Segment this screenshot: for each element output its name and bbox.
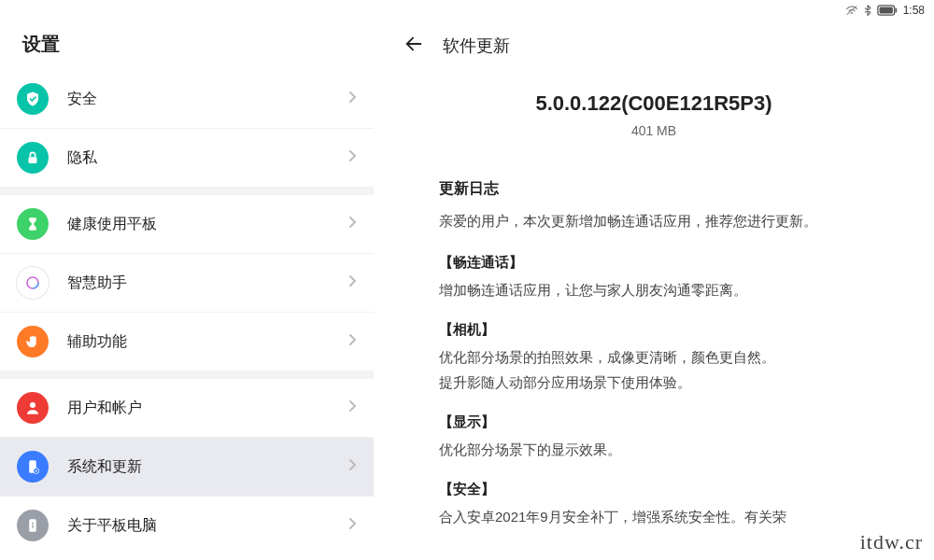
assistant-ring-icon [17,267,49,299]
sidebar-item-1[interactable]: 隐私 [0,129,374,188]
svg-rect-13 [32,525,33,528]
changelog-intro: 亲爱的用户，本次更新增加畅连通话应用，推荐您进行更新。 [439,208,869,233]
phone-info-icon [17,510,49,541]
sidebar-item-0[interactable]: 安全 [0,70,374,129]
chevron-right-icon [347,90,357,108]
chevron-right-icon [347,457,357,476]
sidebar-item-2[interactable]: 健康使用平板 [0,195,374,254]
svg-rect-3 [879,7,892,14]
sidebar-item-label: 辅助功能 [67,332,347,352]
changelog-section-body: 优化部分场景的拍照效果，成像更清晰，颜色更自然。 提升影随人动部分应用场景下使用… [439,344,869,395]
sidebar-item-label: 用户和帐户 [67,399,347,418]
shield-check-icon [17,83,49,115]
chevron-right-icon [347,273,357,292]
page-title: 软件更新 [443,35,510,57]
sidebar-item-6[interactable]: 系统和更新 [0,438,374,497]
sidebar-item-label: 健康使用平板 [67,215,347,234]
chevron-right-icon [347,148,357,167]
svg-rect-4 [29,157,37,163]
sidebar-item-5[interactable]: 用户和帐户 [0,379,374,438]
changelog-section-title: 【相机】 [439,321,869,339]
settings-sidebar: 设置 安全隐私健康使用平板智慧助手辅助功能用户和帐户系统和更新关于平板电脑 [0,21,374,560]
changelog-section-body: 增加畅连通话应用，让您与家人朋友沟通零距离。 [439,277,869,302]
bluetooth-icon [864,5,871,16]
chevron-right-icon [347,516,357,535]
sidebar-item-label: 隐私 [67,148,347,168]
changelog-heading: 更新日志 [439,179,869,199]
sidebar-item-label: 安全 [67,90,347,109]
wifi-icon [845,5,858,16]
changelog-section-body: 优化部分场景下的显示效果。 [439,437,869,462]
chevron-right-icon [347,215,357,233]
watermark: itdw.cr [860,530,923,554]
changelog-section-body: 合入安卓2021年9月安全补丁，增强系统安全性。有关荣 [439,504,869,529]
sidebar-item-7[interactable]: 关于平板电脑 [0,497,374,554]
svg-point-7 [30,402,35,408]
svg-rect-2 [895,7,897,12]
lock-icon [17,142,49,174]
update-detail-pane: 软件更新 5.0.0.122(C00E121R5P3) 401 MB 更新日志 … [374,21,934,560]
chevron-right-icon [347,332,357,351]
sidebar-item-label: 关于平板电脑 [67,516,347,536]
svg-point-10 [35,470,37,472]
changelog-section-title: 【畅连通话】 [439,254,869,272]
hand-icon [17,326,49,357]
sidebar-item-label: 系统和更新 [67,457,347,477]
battery-icon [877,5,898,16]
status-time: 1:58 [903,4,925,17]
changelog-section-title: 【显示】 [439,413,869,431]
svg-point-12 [32,523,34,525]
settings-title: 设置 [0,21,374,70]
person-icon [17,392,49,424]
chevron-right-icon [347,399,357,417]
changelog-section-title: 【安全】 [439,481,869,498]
sidebar-item-3[interactable]: 智慧助手 [0,254,374,313]
changelog: 更新日志 亲爱的用户，本次更新增加畅连通话应用，推荐您进行更新。 【畅连通话】增… [430,179,878,529]
sidebar-item-label: 智慧助手 [67,273,347,293]
hourglass-icon [17,208,49,240]
back-button[interactable] [403,34,424,58]
update-version: 5.0.0.122(C00E121R5P3) [430,91,878,116]
update-size: 401 MB [430,123,878,138]
status-bar: 1:58 [836,0,934,21]
phone-gear-icon [17,451,49,483]
sidebar-item-4[interactable]: 辅助功能 [0,313,374,371]
